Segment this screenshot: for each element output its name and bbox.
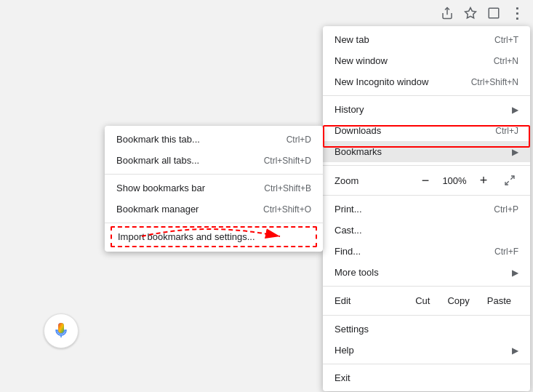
submenu-separator-1: [105, 174, 323, 175]
svg-line-3: [510, 176, 514, 180]
separator-5: [323, 315, 530, 316]
submenu-bookmark-manager[interactable]: Bookmark manager Ctrl+Shift+O: [105, 199, 323, 220]
submenu-bookmark-all-tabs[interactable]: Bookmark all tabs... Ctrl+Shift+D: [105, 150, 323, 171]
browser-toolbar: ⋮: [388, 0, 533, 26]
cut-button[interactable]: Cut: [408, 292, 437, 309]
menu-item-cast[interactable]: Cast...: [323, 220, 530, 241]
menu-item-incognito[interactable]: New Incognito window Ctrl+Shift+N: [323, 71, 530, 92]
menu-item-exit[interactable]: Exit: [323, 367, 530, 388]
menu-item-print[interactable]: Print... Ctrl+P: [323, 199, 530, 220]
menu-item-settings[interactable]: Settings: [323, 319, 530, 340]
separator-3: [323, 195, 530, 196]
share-icon[interactable]: [437, 3, 457, 23]
main-menu: New tab Ctrl+T New window Ctrl+N New Inc…: [323, 26, 530, 391]
submenu-bookmark-tab[interactable]: Bookmark this tab... Ctrl+D: [105, 129, 323, 150]
separator-4: [323, 286, 530, 287]
menu-item-new-window[interactable]: New window Ctrl+N: [323, 50, 530, 71]
more-menu-icon[interactable]: ⋮: [507, 3, 527, 23]
svg-line-4: [505, 181, 509, 185]
menu-item-more-tools[interactable]: More tools ▶: [323, 262, 530, 283]
zoom-row: Zoom − 100% +: [323, 169, 530, 192]
menu-item-find[interactable]: Find... Ctrl+F: [323, 241, 530, 262]
zoom-increase-button[interactable]: +: [475, 172, 492, 189]
menu-item-history[interactable]: History ▶: [323, 99, 530, 120]
svg-marker-1: [465, 8, 476, 18]
bookmark-star-icon[interactable]: [460, 3, 481, 23]
menu-item-help[interactable]: Help ▶: [323, 340, 530, 361]
separator-6: [323, 364, 530, 364]
submenu-separator-2: [105, 223, 323, 223]
bookmarks-submenu: Bookmark this tab... Ctrl+D Bookmark all…: [105, 126, 323, 252]
tab-strip-icon[interactable]: [484, 3, 504, 23]
submenu-import-bookmarks[interactable]: Import bookmarks and settings...: [112, 228, 316, 246]
edit-row: Edit Cut Copy Paste: [323, 289, 530, 312]
edit-label: Edit: [334, 295, 408, 306]
menu-item-downloads[interactable]: Downloads Ctrl+J: [323, 120, 530, 141]
copy-button[interactable]: Copy: [440, 292, 476, 309]
zoom-value: 100%: [440, 175, 469, 186]
zoom-decrease-button[interactable]: −: [417, 172, 434, 189]
svg-rect-2: [489, 8, 499, 18]
import-highlight-box: Import bookmarks and settings...: [111, 226, 317, 247]
google-mic-button[interactable]: [44, 313, 79, 348]
zoom-controls: − 100% +: [417, 172, 518, 189]
zoom-fullscreen-button[interactable]: [501, 172, 518, 189]
menu-item-new-tab[interactable]: New tab Ctrl+T: [323, 29, 530, 50]
submenu-show-bookmarks-bar[interactable]: Show bookmarks bar Ctrl+Shift+B: [105, 177, 323, 199]
menu-item-bookmarks[interactable]: Bookmarks ▶: [323, 141, 530, 162]
separator-1: [323, 95, 530, 96]
separator-2: [323, 165, 530, 166]
google-mic-area: [44, 313, 79, 348]
edit-actions: Cut Copy Paste: [408, 292, 518, 309]
paste-button[interactable]: Paste: [480, 292, 518, 309]
